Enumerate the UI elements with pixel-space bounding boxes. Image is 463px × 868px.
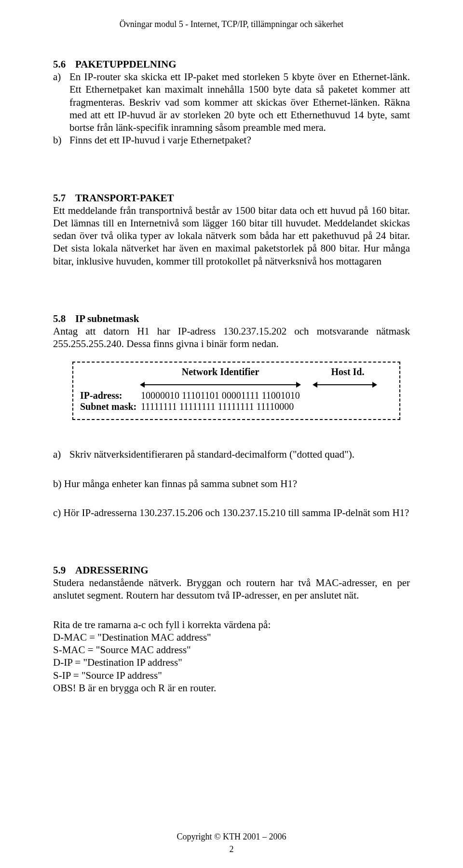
- ip-address-bits: 10000010 11101101 00001111 11001010: [141, 390, 300, 401]
- section-5-8-heading: 5.8IP subnetmask: [53, 313, 410, 325]
- q58-a-text: Skriv nätverksidentifieraren på standard…: [69, 448, 410, 461]
- q58-b-text: b) Hur många enheter kan finnas på samma…: [53, 477, 410, 490]
- section-number: 5.8: [53, 313, 75, 325]
- obs-line: OBS! B är en brygga och R är en router.: [53, 682, 410, 694]
- q58-c-text: c) Hör IP-adresserna 130.237.15.206 och …: [53, 506, 410, 519]
- subnet-mask-bits: 11111111 11111111 11111111 11110000: [141, 401, 294, 412]
- subnet-mask-label: Subnet mask:: [80, 401, 141, 412]
- arrow-network-id: [141, 384, 300, 385]
- section-5-6-heading: 5.6PAKETUPPDELNING: [53, 58, 410, 70]
- dmac-line: D-MAC = "Destination MAC address": [53, 631, 410, 644]
- sip-line: S-IP = "Source IP address": [53, 669, 410, 682]
- dip-line: D-IP = "Destination IP address": [53, 656, 410, 669]
- section-title: TRANSPORT-PAKET: [75, 192, 174, 204]
- ip-address-label: IP-adress:: [80, 390, 141, 401]
- q58-a-label: a): [53, 448, 69, 461]
- item-a-text: En IP-router ska skicka ett IP-paket med…: [69, 70, 410, 134]
- section-number: 5.6: [53, 58, 75, 70]
- item-a-label: a): [53, 70, 69, 134]
- smac-line: S-MAC = "Source MAC address": [53, 644, 410, 656]
- section-title: IP subnetmask: [75, 313, 139, 324]
- copyright-footer: Copyright © KTH 2001 – 2006: [0, 832, 463, 842]
- section-number: 5.7: [53, 192, 75, 204]
- section-5-7-body: Ett meddelande från transportnivå består…: [53, 204, 410, 267]
- section-5-8-intro: Antag att datorn H1 har IP-adress 130.23…: [53, 325, 410, 350]
- item-b-text: Finns det ett IP-huvud i varje Ethernetp…: [69, 134, 410, 146]
- page-number: 2: [0, 844, 463, 854]
- host-id-label: Host Id.: [312, 366, 384, 378]
- section-5-7-heading: 5.7TRANSPORT-PAKET: [53, 192, 410, 204]
- section-number: 5.9: [53, 564, 75, 576]
- ip-subnet-diagram: Network Identifier Host Id. IP-adress:10…: [72, 362, 400, 420]
- section-title: PAKETUPPDELNING: [75, 58, 177, 70]
- section-5-9-heading: 5.9ADRESSERING: [53, 564, 410, 576]
- section-5-9-p1: Studera nedanstående nätverk. Bryggan oc…: [53, 576, 410, 602]
- section-5-9-p2: Rita de tre ramarna a-c och fyll i korre…: [53, 618, 410, 631]
- arrow-host-id: [313, 384, 376, 385]
- section-title: ADRESSERING: [75, 564, 149, 576]
- network-identifier-label: Network Identifier: [141, 366, 300, 378]
- section-5-6-body: a) En IP-router ska skicka ett IP-paket …: [53, 70, 410, 147]
- page-header: Övningar modul 5 - Internet, TCP/IP, til…: [53, 19, 410, 29]
- item-b-label: b): [53, 134, 69, 146]
